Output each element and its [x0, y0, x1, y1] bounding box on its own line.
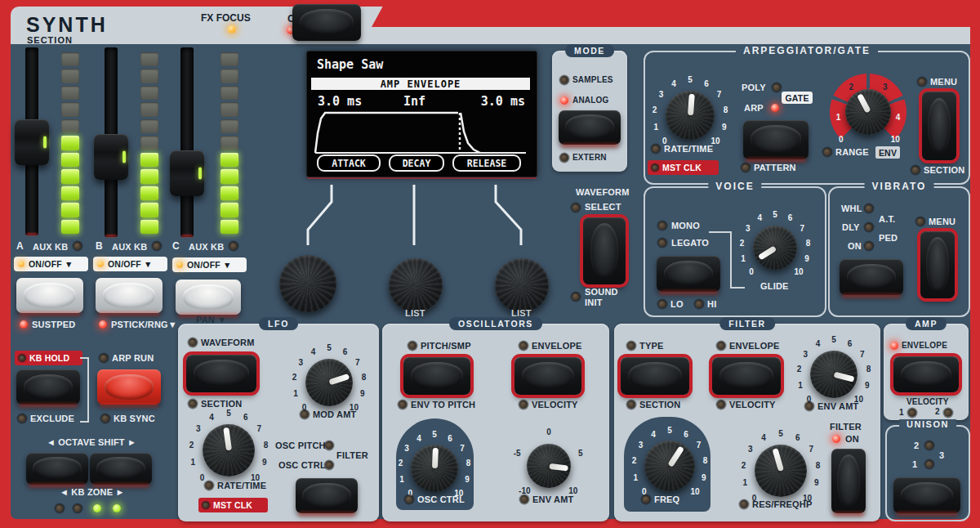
vibrato-title: VIBRATO	[865, 181, 934, 192]
onoff-b-led	[97, 261, 104, 267]
layer-c-letter: C	[172, 240, 180, 252]
lfo-mod-amt-knob[interactable]: 012345678910	[305, 359, 353, 406]
exclude-led	[18, 414, 26, 423]
filter-on-button[interactable]	[831, 449, 866, 513]
kb-sync-label: KB SYNC	[114, 414, 155, 423]
lfo-rate-led	[205, 481, 213, 490]
vibrato-button[interactable]	[840, 259, 903, 295]
lfo-dest-button[interactable]	[296, 478, 358, 513]
slider-track-c[interactable]	[180, 47, 194, 237]
onoff-a-led	[18, 261, 24, 267]
waveform-select-label2: SELECT	[585, 202, 621, 212]
arp-section-led	[911, 166, 920, 174]
unison-2-led	[925, 441, 933, 450]
pattern-led	[742, 163, 750, 172]
filter-freq-label: FREQ	[654, 494, 679, 504]
filter-freq-knob[interactable]: 012345678910	[644, 441, 695, 491]
kb-zone-label: ◄ KB ZONE ►	[60, 487, 125, 497]
vibrato-menu-led	[916, 217, 924, 226]
mode-button[interactable]	[559, 110, 621, 145]
layer-a-label: AUX KB	[33, 242, 68, 252]
filter-envelope-button[interactable]	[712, 357, 781, 395]
lfo-osc-pitch-label: OSC PITCH	[275, 441, 326, 450]
osc-envelope-button[interactable]	[514, 357, 581, 395]
arp-mst-clk-label: MST CLK	[662, 163, 702, 172]
amp-velocity-2: 2	[935, 407, 940, 416]
display-softkey-decay: DECAY	[389, 154, 444, 172]
legato-label: LEGATO	[671, 238, 709, 248]
osc-env-amt-label: ENV AMT	[532, 494, 574, 504]
samples-led	[560, 76, 568, 84]
filter-env-amt-knob[interactable]: 012345678910	[810, 351, 858, 398]
fx-focus-label: FX FOCUS	[201, 12, 251, 24]
oscillators-title: OSCILLATORS	[449, 317, 542, 330]
waveform-select-label1: WAVEFORM	[576, 187, 630, 197]
osc-env-amt-knob[interactable]: -10-50510	[527, 444, 571, 488]
filter-res-knob[interactable]: 012345678910	[755, 445, 807, 497]
layer-b-led	[153, 242, 161, 250]
lfo-title: LFO	[259, 317, 298, 330]
pitch-smp-label: PITCH/SMP	[421, 341, 471, 351]
amp-velocity-label: VELOCITY	[906, 397, 949, 406]
voice-button[interactable]	[657, 256, 720, 292]
hi-led	[695, 300, 703, 308]
amp-velocity-1-led	[908, 409, 916, 417]
filter-type-button[interactable]	[621, 357, 689, 395]
whl-label: WHL	[841, 204, 862, 213]
display-title: Shape Saw	[317, 57, 383, 72]
arp-range-knob[interactable]: 0101234	[845, 89, 891, 135]
osc-velocity-led	[519, 400, 528, 409]
sustped-label: SUSTPED	[32, 320, 75, 329]
lfo-rate-label: RATE/TIME	[217, 481, 266, 490]
filter-freq-led	[642, 495, 650, 503]
arp-menu-label: MENU	[930, 77, 957, 87]
extern-label: EXTERN	[572, 153, 607, 162]
osc-ctrl-knob[interactable]: 012345678910	[411, 445, 458, 492]
octave-down-button[interactable]	[26, 453, 88, 485]
slider-handle-a[interactable]	[15, 119, 49, 165]
onoff-badge-a[interactable]: ON/OFF ▼	[14, 257, 88, 271]
octave-up-button[interactable]	[90, 453, 152, 485]
slider-handle-b[interactable]	[94, 134, 128, 180]
glide-knob[interactable]: 012345678910	[753, 226, 797, 270]
unison-3-label: 3	[939, 450, 944, 460]
layer-b-label: AUX KB	[112, 242, 147, 252]
arp-rate-knob[interactable]: 012345678910	[666, 91, 715, 140]
env-badge: ENV	[875, 146, 900, 159]
legato-led	[658, 239, 666, 247]
softknob-attack[interactable]	[279, 255, 336, 312]
whl-led	[865, 204, 873, 213]
filter-envelope-led	[717, 342, 725, 350]
lfo-mst-clk-led	[203, 502, 209, 508]
kb-hold-button[interactable]	[16, 369, 80, 405]
osc-env-amt-led	[520, 495, 528, 503]
layer-b-button[interactable]	[96, 278, 163, 313]
kb-zone-led-1	[56, 504, 64, 512]
poly-led	[773, 83, 781, 92]
onoff-badge-b[interactable]: ON/OFF ▼	[93, 257, 167, 271]
lfo-waveform-button[interactable]	[186, 355, 256, 392]
slider-handle-c[interactable]	[170, 150, 204, 196]
layer-a-button[interactable]	[16, 278, 83, 313]
kb-zone-led-4	[113, 504, 121, 512]
layer-c-button[interactable]	[176, 280, 241, 315]
level-meter-b	[140, 52, 158, 234]
onoff-badge-c[interactable]: ON/OFF ▼	[172, 257, 247, 272]
softknob-decay[interactable]	[389, 258, 443, 312]
softknob-release[interactable]	[495, 258, 549, 312]
waveform-select-button[interactable]	[583, 217, 626, 284]
arp-run-button[interactable]	[97, 369, 161, 405]
osc-pitch-button[interactable]	[403, 357, 470, 395]
filter-on-label1: FILTER	[830, 422, 862, 432]
filter-on-label2: ON	[845, 434, 859, 444]
unison-button[interactable]	[893, 477, 960, 513]
vibrato-menu-button[interactable]	[920, 231, 955, 298]
kb-zone-led-2	[74, 504, 82, 512]
lfo-rate-knob[interactable]: 012345678910	[203, 424, 255, 477]
synth-on-button[interactable]	[292, 4, 361, 41]
layer-a-letter: A	[16, 240, 24, 252]
arp-section-button[interactable]	[922, 92, 956, 160]
amp-envelope-button[interactable]	[893, 356, 959, 392]
pstick-label: PSTICK/RNG▼	[111, 320, 177, 329]
arp-pattern-button[interactable]	[743, 120, 808, 159]
